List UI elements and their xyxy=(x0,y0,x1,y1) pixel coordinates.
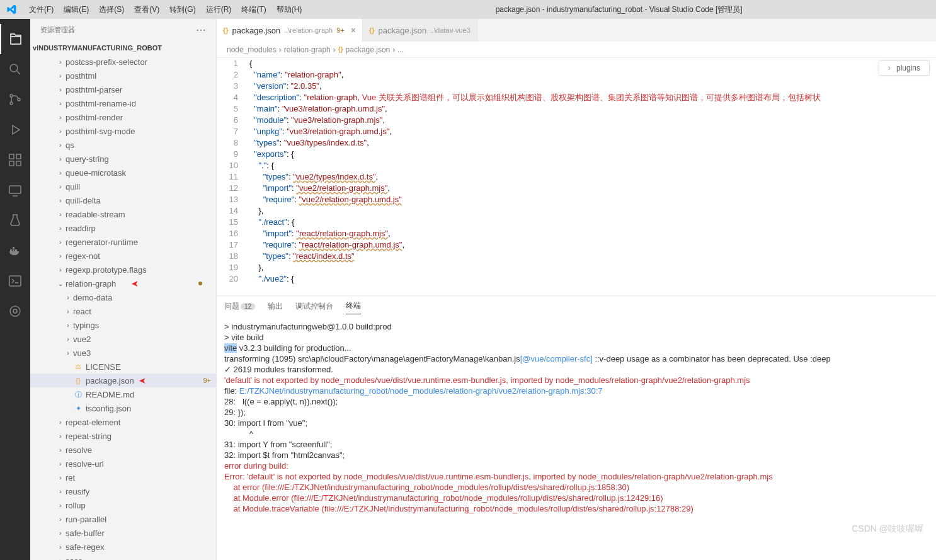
code-line[interactable]: "import": "react/relation-graph.mjs", xyxy=(249,228,936,239)
tree-item[interactable]: ›quill xyxy=(30,180,216,193)
tree-item[interactable]: ›resolve xyxy=(30,443,216,457)
code-line[interactable]: "require": "react/relation-graph.umd.js"… xyxy=(249,239,936,251)
code-line[interactable]: "require": "vue2/relation-graph.umd.js" xyxy=(249,194,936,205)
breadcrumb-item[interactable]: package.json xyxy=(346,45,391,54)
tree-item[interactable]: ›repeat-string xyxy=(30,429,216,443)
breadcrumb-item[interactable]: ... xyxy=(397,45,404,54)
docker-icon[interactable] xyxy=(0,236,30,266)
tree-item[interactable]: ›react xyxy=(30,304,216,318)
code-line[interactable]: "description": "relation-graph, Vue 关联关系… xyxy=(249,92,936,103)
code-line[interactable]: "import": "vue2/relation-graph.mjs", xyxy=(249,183,936,194)
tree-item[interactable]: ›regex-not xyxy=(30,249,216,263)
tree-item[interactable]: ⌄relation-graph➤ xyxy=(30,277,216,290)
tree-item[interactable]: ›regenerator-runtime xyxy=(30,235,216,249)
tree-item[interactable]: ✦tsconfig.json xyxy=(30,401,216,415)
problem-badge: 9+ xyxy=(203,377,211,384)
tree-item[interactable]: ›posthtml-rename-id xyxy=(30,96,216,110)
tree-item[interactable]: ›vue2 xyxy=(30,332,216,346)
tree-item[interactable]: ⓘREADME.md xyxy=(30,387,216,401)
close-icon[interactable]: × xyxy=(348,25,356,35)
tree-item[interactable]: ›resolve-url xyxy=(30,457,216,471)
code-line[interactable]: }, xyxy=(249,262,936,273)
tree-item[interactable]: ›posthtml-parser xyxy=(30,83,216,96)
debug-icon[interactable] xyxy=(0,115,30,145)
panel-tab[interactable]: 输出 xyxy=(268,299,283,314)
tree-item[interactable]: {}package.json9+➤ xyxy=(30,374,216,387)
code-line[interactable]: ▶ "module": "vue3/relation-graph.mjs", xyxy=(249,115,936,126)
tree-item[interactable]: ›posthtml xyxy=(30,69,216,83)
code-line[interactable]: "./vue2": { xyxy=(249,273,936,285)
tree-item[interactable]: ›readable-stream xyxy=(30,207,216,221)
file-icon: ⚖ xyxy=(73,363,83,371)
tree-item[interactable]: ›quill-delta xyxy=(30,193,216,207)
extensions-icon[interactable] xyxy=(0,145,30,175)
code-line[interactable]: { xyxy=(249,58,936,69)
tree-item[interactable]: ›ret xyxy=(30,471,216,484)
panel-tab[interactable]: 调试控制台 xyxy=(295,299,333,314)
code-line[interactable]: }, xyxy=(249,205,936,217)
tree-item[interactable]: ›qs xyxy=(30,138,216,152)
svg-point-0 xyxy=(10,64,18,72)
code-line[interactable]: "version": "2.0.35", xyxy=(249,81,936,92)
code-line[interactable]: ".": { xyxy=(249,160,936,171)
code-line[interactable]: "name": "relation-graph", xyxy=(249,69,936,81)
menu-item[interactable]: 编辑(E) xyxy=(59,5,94,14)
explorer-icon[interactable] xyxy=(0,24,30,54)
tree-label: resolve-url xyxy=(66,459,104,469)
tree-item[interactable]: ›query-string xyxy=(30,152,216,166)
editor-tab[interactable]: {} package.json ..\datav-vue3 xyxy=(363,19,477,42)
menu-item[interactable]: 帮助(H) xyxy=(271,5,307,14)
tree-item[interactable]: ›rollup xyxy=(30,498,216,512)
code-editor[interactable]: 1234567891011121314151617181920 { "name"… xyxy=(217,58,936,295)
tree-item[interactable]: ›safe-buffer xyxy=(30,526,216,540)
menu-item[interactable]: 转到(G) xyxy=(164,5,200,14)
tree-item[interactable]: ›reusify xyxy=(30,484,216,498)
tree-item[interactable]: ›safe-regex xyxy=(30,540,216,554)
tree-item[interactable]: ⚖LICENSE xyxy=(30,360,216,374)
tree-item[interactable]: ›typings xyxy=(30,318,216,332)
menu-item[interactable]: 文件(F) xyxy=(24,5,59,14)
tree-item[interactable]: ›vue3 xyxy=(30,346,216,360)
tree-item[interactable]: ›posthtml-svg-mode xyxy=(30,124,216,138)
code-content[interactable]: { "name": "relation-graph", "version": "… xyxy=(249,58,936,295)
menu-item[interactable]: 选择(S) xyxy=(94,5,129,14)
file-tree[interactable]: ›postcss-prefix-selector›posthtml›postht… xyxy=(30,55,216,560)
tree-item[interactable]: ›readdirp xyxy=(30,221,216,235)
menu-item[interactable]: 终端(T) xyxy=(236,5,271,14)
tree-item[interactable]: ›regexp.prototype.flags xyxy=(30,263,216,277)
terminal-output[interactable]: > industrymanufacturingweb@1.0.0 build:p… xyxy=(217,316,936,560)
tree-item[interactable]: ›run-parallel xyxy=(30,512,216,526)
terminal-panel-icon[interactable] xyxy=(0,266,30,296)
code-line[interactable]: ▶ "types": "vue3/types/index.d.ts", xyxy=(249,137,936,149)
chevron-icon: › xyxy=(55,502,66,509)
panel-tab[interactable]: 问题12 xyxy=(224,299,255,314)
panel-tab[interactable]: 终端 xyxy=(346,298,361,314)
code-line[interactable]: ▶ "main": "vue3/relation-graph.umd.js", xyxy=(249,103,936,115)
tree-item[interactable]: ›queue-microtask xyxy=(30,166,216,180)
search-icon[interactable] xyxy=(0,54,30,84)
code-line[interactable]: "exports": { xyxy=(249,149,936,160)
code-line[interactable]: "./react": { xyxy=(249,217,936,228)
breadcrumb[interactable]: node_modules › relation-graph › {}packag… xyxy=(217,42,936,58)
tree-item[interactable]: ›posthtml-render xyxy=(30,110,216,124)
breadcrumb-item[interactable]: relation-graph xyxy=(284,45,331,54)
tree-item[interactable]: ›postcss-prefix-selector xyxy=(30,55,216,69)
chevron-right-icon: › xyxy=(392,45,395,54)
code-line[interactable]: "types": "react/index.d.ts" xyxy=(249,251,936,262)
editor-tab[interactable]: {} package.json ..\relation-graph 9+ × xyxy=(217,19,363,42)
svg-rect-11 xyxy=(15,249,17,251)
testing-icon[interactable] xyxy=(0,205,30,236)
tree-item[interactable]: ›repeat-element xyxy=(30,415,216,429)
code-line[interactable]: ▶ "unpkg": "vue3/relation-graph.umd.js", xyxy=(249,126,936,137)
tree-item[interactable]: ›demo-data xyxy=(30,290,216,304)
code-line[interactable]: "types": "vue2/types/index.d.ts", xyxy=(249,171,936,183)
source-control-icon[interactable] xyxy=(0,84,30,115)
tree-item[interactable]: ›sass xyxy=(30,554,216,560)
sidebar-more-icon[interactable]: ⋯ xyxy=(196,24,206,36)
ai-icon[interactable] xyxy=(0,296,30,326)
remote-icon[interactable] xyxy=(0,175,30,205)
menu-item[interactable]: 运行(R) xyxy=(201,5,237,14)
project-header[interactable]: v INDUSTRYMANUFACTURING_ROBOT xyxy=(30,41,216,55)
menu-item[interactable]: 查看(V) xyxy=(129,5,164,14)
breadcrumb-item[interactable]: node_modules xyxy=(227,45,277,54)
